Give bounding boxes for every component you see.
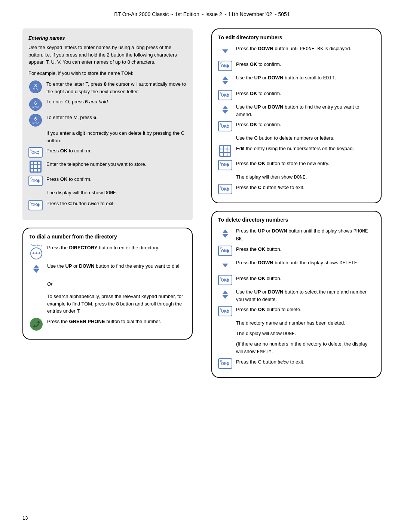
dir-label: Directory [31, 244, 42, 247]
item-text: Press OK to confirm. [236, 90, 375, 97]
list-item: Press the DOWN button until PHONE BK is … [218, 45, 375, 58]
item-text: To enter O, press 6 and hold. [46, 98, 187, 106]
list-item: Use the UP or DOWN button to scroll to E… [218, 74, 375, 87]
ok-up-d2 [226, 278, 229, 280]
button-6b-icon: 6 MNO [28, 114, 43, 127]
ok-btn-d2: OK [218, 275, 232, 285]
ok-down-e4 [226, 165, 229, 167]
updown-icon [30, 262, 43, 275]
ok-arrows-d2 [226, 278, 229, 282]
ok-label: OK [31, 151, 37, 155]
list-item: 6 MNO To enter the M, press 6. [28, 114, 187, 127]
ok-up-e3 [226, 124, 229, 126]
list-item: OK Press the OK button to store the new … [218, 160, 375, 170]
code-done: DONE [104, 190, 116, 196]
item-text: Use the C button to delete numbers or le… [236, 134, 375, 142]
updown-icon-col-d2 [218, 288, 232, 301]
ok-arrows-3 [37, 203, 40, 207]
dir-dots-circle [30, 247, 42, 259]
down-arrow-e2 [222, 110, 228, 114]
item-text: To enter the M, press 6. [46, 114, 187, 121]
code-phonebk-1: PHONE BK [300, 46, 323, 52]
ok-down-e5 [226, 189, 229, 191]
list-item: The directory name and number has been d… [218, 319, 375, 327]
list-item: Or [29, 278, 186, 290]
ok-up-e4 [226, 163, 229, 165]
ok-label-d1: OK [221, 249, 227, 253]
right-column: To edit directory numbers Press the DOWN… [208, 28, 382, 385]
list-item: OK Press OK to confirm. [218, 61, 375, 71]
keypad-dot [38, 169, 40, 171]
dot-1 [33, 252, 34, 254]
dot-3 [39, 252, 40, 254]
ok-icon-e5: OK [218, 184, 232, 194]
btn-6a: 6 MNO [29, 98, 42, 111]
list-item: OK Press OK to confirm. [218, 90, 375, 100]
ok-label-2: OK [31, 179, 37, 183]
list-item: Edit the entry using the numbers/letters… [218, 145, 375, 157]
item-text: Edit the entry using the numbers/letters… [236, 145, 375, 152]
up-arrow-e2 [222, 106, 228, 109]
btn-8-letters: TUV [33, 88, 38, 91]
item-text: To search alphabetically, press the rele… [47, 293, 186, 315]
item-text: Press the DOWN button until the display … [236, 259, 375, 267]
ok-up-arrow-3 [37, 203, 40, 205]
list-item: OK Press OK to confirm. [28, 176, 187, 186]
ok-arrows-e3 [226, 124, 229, 128]
btn-8: 8 TUV [29, 80, 42, 93]
ok-btn-2: OK [28, 176, 43, 186]
ok-icon-d4: OK [218, 358, 232, 369]
keypad-icon-e1 [219, 145, 231, 157]
ok-label-3: OK [31, 203, 37, 207]
list-item: 8 TUV To enter the letter T, press 8 the… [28, 80, 187, 95]
ok-up-arrow-2 [37, 179, 40, 181]
ok-arrows [37, 151, 40, 155]
dial-directory-section: To dial a number from the directory Dire… [22, 228, 193, 340]
keypad-dot [34, 169, 37, 171]
ok-down-arrow-2 [37, 181, 40, 183]
down-arrow-1 [222, 49, 228, 53]
btn-6b-letters: MNO [33, 121, 39, 124]
keypad-icon-col-e1 [218, 145, 232, 157]
list-item: The display will show DONE. [218, 330, 375, 338]
main-content: Entering names Use the keypad letters to… [22, 28, 382, 385]
item-text: To enter the letter T, press 8 the curso… [46, 80, 187, 95]
ok-label-d3: OK [221, 309, 227, 313]
list-item: (If there are no numbers in the director… [218, 340, 375, 355]
ok-arrows-e1 [226, 64, 229, 68]
ok-arrows-d4 [226, 362, 229, 366]
btn-6a-num: 6 [34, 101, 37, 106]
ok-up-d3 [226, 309, 229, 311]
page-number: 13 [22, 515, 28, 521]
item-text: Press OK to confirm. [236, 61, 375, 68]
keypad-dot [31, 169, 33, 171]
ok-icon-e2: OK [218, 90, 232, 100]
updown-icon-d2 [219, 288, 232, 301]
list-item: Use the UP or DOWN button to find the en… [29, 262, 186, 275]
ok-down-e3 [226, 127, 229, 128]
list-item: The display will then show DONE. [28, 189, 187, 197]
down-arrow-d1 [222, 234, 228, 238]
list-item: Directory Press the DIRECTORY button to … [29, 244, 186, 259]
item-text: Use the UP or DOWN button to select the … [236, 288, 375, 303]
ok-btn-d3: OK [218, 306, 232, 316]
list-item: If you enter a digit incorrectly you can… [28, 130, 187, 144]
left-column: Entering names Use the keypad letters to… [22, 28, 196, 347]
ok-icon-confirm: OK [28, 147, 43, 158]
item-text: Press the OK button to store the new ent… [236, 160, 375, 167]
ok-up-e1 [226, 64, 229, 66]
ok-btn-e5: OK [218, 184, 232, 194]
ok-arrows-e4 [226, 163, 229, 167]
list-item: Use the UP or DOWN button to select the … [218, 288, 375, 303]
ok-icon-e3: OK [218, 121, 232, 131]
keypad-dot [220, 146, 223, 149]
ok-btn-e3: OK [218, 121, 232, 131]
directory-icon-col: Directory [29, 244, 43, 259]
item-text: Press the OK button. [236, 246, 375, 253]
item-text: Press the C button twice to exit. [236, 358, 375, 366]
ok-down-arrow-3 [37, 205, 40, 207]
ok-arrows-d1 [226, 249, 229, 253]
keypad-dot [227, 153, 230, 155]
code-phonebk-d: PHONE BK [236, 228, 368, 242]
down-arrow-d2 [222, 264, 228, 267]
